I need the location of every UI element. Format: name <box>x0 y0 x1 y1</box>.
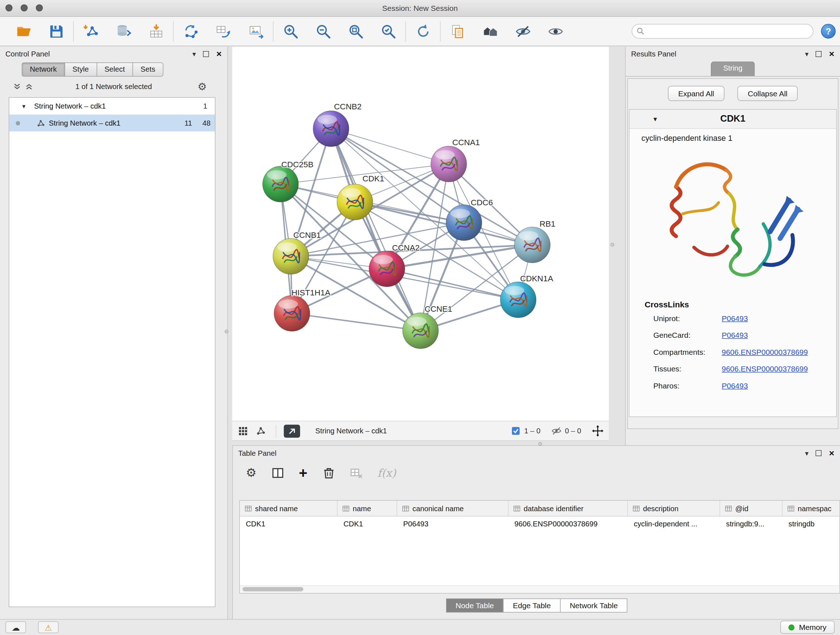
network-node-CDK1[interactable] <box>337 184 373 220</box>
panel-menu-icon[interactable]: ▾ <box>805 450 808 457</box>
network-view-button[interactable] <box>256 426 266 436</box>
close-panel-icon[interactable]: ✕ <box>216 51 222 58</box>
network-edge[interactable] <box>292 314 421 331</box>
network-row-selected[interactable]: String Network – cdk1 11 48 <box>9 115 215 132</box>
add-column-button[interactable]: + <box>299 466 308 480</box>
search-input[interactable] <box>645 27 808 36</box>
network-canvas[interactable]: CCNB2CCNA1CDC25BCDK1CDC6RB1CCNB1CCNA2CDK… <box>232 47 609 421</box>
birdseye-view-button[interactable] <box>284 424 300 437</box>
network-options-gear-icon[interactable]: ⚙ <box>194 81 210 92</box>
collection-caret-icon[interactable]: ▼ <box>21 103 27 109</box>
zoom-out-button[interactable] <box>311 19 335 43</box>
tab-network[interactable]: Network <box>22 63 65 77</box>
hidden-eye-slash-icon[interactable] <box>551 426 562 436</box>
section-caret-icon[interactable]: ▼ <box>652 116 658 122</box>
selected-checkbox-icon[interactable] <box>510 426 521 436</box>
float-panel-icon[interactable] <box>816 450 822 456</box>
warnings-button[interactable]: ⚠ <box>38 621 58 633</box>
memory-button[interactable]: Memory <box>781 621 835 634</box>
network-node-CDC25B[interactable] <box>263 166 298 202</box>
close-panel-icon[interactable]: ✕ <box>829 450 835 457</box>
zoom-in-icon <box>283 23 299 40</box>
collapse-all-button[interactable]: Collapse All <box>737 86 798 101</box>
copy-document-button[interactable] <box>446 19 470 43</box>
column-header-description[interactable]: description <box>628 501 720 516</box>
delete-table-button-disabled[interactable] <box>350 467 363 480</box>
zoom-fit-button[interactable] <box>344 19 368 43</box>
float-panel-icon[interactable] <box>816 51 822 57</box>
cloud-status-button[interactable]: ☁ <box>5 621 26 633</box>
arrow-up-right-icon <box>287 426 297 436</box>
node-label: CCNB1 <box>294 231 321 240</box>
network-node-CCNA1[interactable] <box>431 146 467 182</box>
export-image-button[interactable] <box>244 19 268 43</box>
network-node-CCNB2[interactable] <box>313 111 349 147</box>
network-node-CDKN1A[interactable] <box>500 282 536 318</box>
column-icon <box>343 505 350 512</box>
expand-all-button[interactable]: Expand All <box>668 86 724 101</box>
show-columns-button[interactable] <box>271 467 284 480</box>
tab-edge-table[interactable]: Edge Table <box>503 599 561 613</box>
tab-select[interactable]: Select <box>96 63 133 77</box>
function-builder-button-disabled[interactable]: f(x) <box>377 467 396 480</box>
panel-menu-icon[interactable]: ▾ <box>193 51 196 58</box>
tab-network-table[interactable]: Network Table <box>560 599 628 613</box>
refresh-network-button[interactable] <box>411 19 435 43</box>
column-header-shared-name[interactable]: shared name <box>240 501 338 516</box>
tab-string[interactable]: String <box>711 62 755 76</box>
delete-column-button[interactable] <box>322 467 335 480</box>
network-node-HIST1H1A[interactable] <box>274 295 310 331</box>
import-network-file-button[interactable] <box>79 19 103 43</box>
column-header-canonical-name[interactable]: canonical name <box>397 501 508 516</box>
crosslink-value-link[interactable]: P06493 <box>722 314 748 323</box>
clone-network-button[interactable] <box>212 19 235 43</box>
tab-style[interactable]: Style <box>65 63 97 77</box>
crosslink-value-link[interactable]: 9606.ENSP00000378699 <box>722 348 808 356</box>
grid-view-button[interactable] <box>238 426 248 436</box>
zoom-selected-button[interactable] <box>377 19 400 43</box>
column-header-namespac[interactable]: namespac <box>783 501 840 516</box>
horizontal-scrollbar[interactable] <box>240 585 840 593</box>
hide-details-button[interactable] <box>511 19 535 43</box>
right-splitter-handle[interactable] <box>611 243 615 247</box>
node-label: CDKN1A <box>520 274 553 283</box>
protein-section-header[interactable]: ▼ CDK1 <box>630 110 836 129</box>
import-table-button[interactable] <box>144 19 168 43</box>
tab-sets[interactable]: Sets <box>133 63 164 77</box>
column-header-database-identifier[interactable]: database identifier <box>508 501 628 516</box>
bottom-splitter-handle[interactable] <box>538 442 542 446</box>
network-node-CDC6[interactable] <box>446 205 482 241</box>
help-button[interactable]: ? <box>821 24 836 39</box>
home-button[interactable] <box>478 19 502 43</box>
network-node-CCNB1[interactable] <box>273 239 309 274</box>
crosslink-value-link[interactable]: P06493 <box>722 381 748 390</box>
new-network-button[interactable] <box>179 19 202 43</box>
show-details-button[interactable] <box>544 19 567 43</box>
column-header--id[interactable]: @id <box>720 501 783 516</box>
import-network-database-button[interactable] <box>112 19 135 43</box>
open-session-button[interactable] <box>12 19 35 43</box>
crosslink-value-link[interactable]: 9606.ENSP00000378699 <box>722 364 808 373</box>
zoom-in-button[interactable] <box>279 19 302 43</box>
crosslinks-list: Uniprot:P06493GeneCard:P06493Compartment… <box>630 310 836 394</box>
move-crosshair-icon[interactable] <box>592 425 604 437</box>
scrollbar-thumb[interactable] <box>243 587 303 592</box>
float-panel-icon[interactable] <box>203 51 209 57</box>
save-session-button[interactable] <box>44 19 68 43</box>
crosslink-value-link[interactable]: P06493 <box>722 331 748 340</box>
table-settings-button[interactable]: ⚙ <box>246 467 257 479</box>
network-graph[interactable]: CCNB2CCNA1CDC25BCDK1CDC6RB1CCNB1CCNA2CDK… <box>232 47 609 420</box>
left-splitter-handle[interactable] <box>225 330 229 334</box>
close-panel-icon[interactable]: ✕ <box>829 51 835 58</box>
network-node-RB1[interactable] <box>515 227 550 263</box>
network-collection-row[interactable]: ▼ String Network – cdk1 1 <box>9 98 215 115</box>
network-node-CCNA2[interactable] <box>369 251 405 287</box>
network-edge[interactable] <box>387 269 518 300</box>
tab-node-table[interactable]: Node Table <box>446 599 504 613</box>
table-row[interactable]: CDK1CDK1P064939606.ENSP00000378699cyclin… <box>240 516 840 532</box>
network-edge[interactable] <box>331 129 421 331</box>
panel-menu-icon[interactable]: ▾ <box>805 51 808 58</box>
network-edge[interactable] <box>331 129 449 165</box>
column-header-name[interactable]: name <box>338 501 397 516</box>
network-node-CCNE1[interactable] <box>403 313 439 348</box>
